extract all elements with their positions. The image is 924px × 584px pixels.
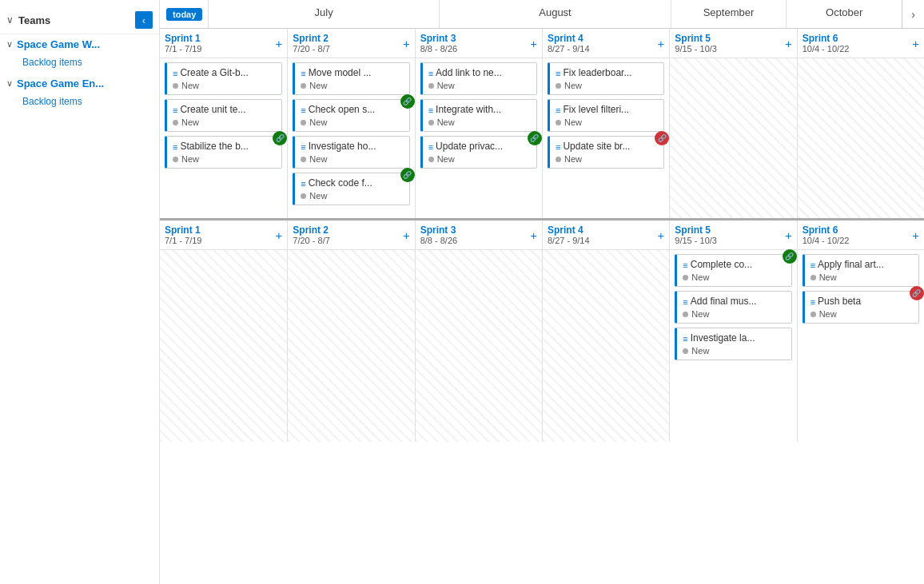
t1s2-add-btn[interactable]: + — [403, 37, 410, 50]
month-august: August — [439, 0, 670, 28]
card-check-open[interactable]: 🔗 ≡ Check open s... New — [293, 99, 409, 132]
month-october: October — [786, 0, 902, 28]
card-move-model[interactable]: ≡ Move model ... New — [293, 62, 409, 95]
team-1-backlog[interactable]: Backlog items — [0, 54, 159, 70]
card-push-beta[interactable]: 🔗 ≡ Push beta New — [803, 291, 919, 324]
t1s1-items: ≡ Create a Git-b... New ≡ Create unit te… — [160, 58, 287, 218]
card-status-text: New — [309, 191, 327, 201]
wi-icon: ≡ — [683, 260, 687, 270]
card-fix-level[interactable]: ≡ Fix level filteri... New — [548, 99, 664, 132]
card-fix-leader[interactable]: ≡ Fix leaderboar... New — [548, 62, 664, 95]
card-status-text: New — [181, 154, 199, 164]
t2s2-add-btn[interactable]: + — [403, 228, 410, 242]
top-header-row: today July August September October › — [160, 0, 924, 29]
card-text: Add link to ne... — [436, 67, 502, 78]
team1-sprint1-header: Sprint 1 7/1 - 7/19 + — [160, 29, 287, 58]
card-text: Update privac... — [436, 141, 503, 152]
today-area: today — [160, 0, 208, 28]
team-2-header[interactable]: ∨ Space Game En... — [0, 73, 159, 93]
team1-sprint-headers: Sprint 1 7/1 - 7/19 + Sprint 2 7/20 - 8/… — [160, 29, 924, 58]
card-update-privac[interactable]: 🔗 ≡ Update privac... New — [420, 136, 537, 169]
card-text: Apply final art... — [818, 259, 884, 270]
t1s6-add-btn[interactable]: + — [912, 37, 919, 50]
t1s3-add-btn[interactable]: + — [530, 37, 537, 50]
card-add-link[interactable]: ≡ Add link to ne... New — [420, 62, 537, 95]
status-dot — [683, 275, 688, 280]
wi-icon: ≡ — [683, 297, 687, 307]
t2s3-dates: 8/8 - 8/26 — [420, 236, 457, 245]
teams-chevron: ∨ — [6, 14, 14, 26]
card-update-site[interactable]: 🔗 ≡ Update site br... New — [548, 136, 664, 169]
card-status-text: New — [691, 346, 709, 356]
card-create-unit[interactable]: ≡ Create unit te... New — [165, 99, 282, 132]
t2s3-add-btn[interactable]: + — [530, 228, 537, 242]
card-status-text: New — [691, 272, 709, 282]
t2s4-name: Sprint 4 — [548, 224, 590, 236]
t1s4-add-btn[interactable]: + — [658, 37, 665, 50]
app-container: ∨ Teams ‹ ∨ Space Game W... Backlog item… — [0, 0, 924, 584]
wi-icon: ≡ — [428, 105, 433, 115]
team2-sprint4-header: Sprint 4 8/27 - 9/14 + — [542, 220, 669, 249]
t2s2-items — [287, 250, 414, 442]
status-dot — [556, 157, 561, 162]
nav-arrow-left-btn[interactable]: ‹ — [135, 11, 153, 29]
card-text: Check open s... — [309, 104, 375, 115]
card-add-final-mus[interactable]: ≡ Add final mus... New — [675, 291, 791, 324]
t2s1-dates: 7/1 - 7/19 — [165, 236, 201, 245]
team-1-header[interactable]: ∨ Space Game W... — [0, 34, 159, 54]
card-status-text: New — [819, 272, 837, 282]
scrollable-content[interactable]: Sprint 1 7/1 - 7/19 + Sprint 2 7/20 - 8/… — [160, 29, 924, 584]
nav-arrow-right-btn[interactable]: › — [902, 0, 924, 28]
status-dot — [301, 120, 306, 125]
card-integrate-with[interactable]: ≡ Integrate with... New — [420, 99, 537, 132]
card-text: Check code f... — [309, 177, 372, 189]
t1s3-name: Sprint 3 — [420, 33, 457, 44]
card-text: Create a Git-b... — [180, 67, 248, 78]
card-investigate-la[interactable]: ≡ Investigate la... New — [675, 328, 791, 360]
t2s6-add-btn[interactable]: + — [912, 228, 919, 242]
team1-sprint3-header: Sprint 3 8/8 - 8/26 + — [415, 29, 542, 58]
card-status-text: New — [181, 81, 199, 90]
team-group-1: ∨ Space Game W... Backlog items — [0, 34, 159, 70]
t2s1-add-btn[interactable]: + — [276, 228, 283, 242]
team1-items-grid: ≡ Create a Git-b... New ≡ Create unit te… — [160, 58, 924, 218]
card-status-text: New — [437, 81, 455, 90]
team-2-backlog[interactable]: Backlog items — [0, 93, 159, 109]
card-check-code[interactable]: 🔗 ≡ Check code f... New — [293, 173, 409, 205]
team1-sprint5-header: Sprint 5 9/15 - 10/3 + — [669, 29, 796, 58]
card-stabilize[interactable]: 🔗 ≡ Stabilize the b... New — [165, 136, 282, 169]
month-september: September — [671, 0, 787, 28]
t1s5-items — [669, 58, 796, 218]
card-status-text: New — [309, 117, 327, 127]
t1s5-add-btn[interactable]: + — [785, 37, 792, 50]
t1s1-add-btn[interactable]: + — [276, 37, 283, 50]
t1s3-dates: 8/8 - 8/26 — [420, 44, 457, 54]
t2s4-add-btn[interactable]: + — [658, 228, 665, 242]
team2-sprint1-header: Sprint 1 7/1 - 7/19 + — [160, 220, 287, 249]
team1-sprint2-header: Sprint 2 7/20 - 8/7 + — [287, 29, 414, 58]
card-status-text: New — [309, 81, 327, 90]
card-status-text: New — [564, 117, 582, 127]
card-text: Integrate with... — [436, 104, 501, 115]
card-apply-final-art[interactable]: ≡ Apply final art... New — [803, 254, 919, 287]
wi-icon: ≡ — [301, 179, 305, 189]
today-badge[interactable]: today — [166, 8, 202, 21]
t1s4-name: Sprint 4 — [548, 33, 590, 44]
wi-icon: ≡ — [556, 69, 560, 78]
t2s5-add-btn[interactable]: + — [785, 228, 792, 242]
team-1-chevron: ∨ — [6, 39, 13, 50]
status-dot — [301, 157, 306, 162]
card-investigate-ho[interactable]: ≡ Investigate ho... New — [293, 136, 409, 169]
link-badge-green: 🔗 — [783, 249, 797, 264]
wi-icon: ≡ — [173, 69, 177, 78]
card-create-git[interactable]: ≡ Create a Git-b... New — [165, 62, 282, 95]
status-dot — [683, 312, 688, 317]
t2s5-items: 🔗 ≡ Complete co... New ≡ Add final mus..… — [669, 250, 796, 442]
card-text: Fix leaderboar... — [563, 67, 631, 78]
team2-sprint6-header: Sprint 6 10/4 - 10/22 + — [797, 220, 924, 249]
t2s4-items — [542, 250, 669, 442]
card-status-text: New — [564, 154, 582, 164]
card-complete-co[interactable]: 🔗 ≡ Complete co... New — [675, 254, 791, 287]
card-text: Move model ... — [309, 67, 372, 78]
wi-icon: ≡ — [428, 142, 433, 152]
